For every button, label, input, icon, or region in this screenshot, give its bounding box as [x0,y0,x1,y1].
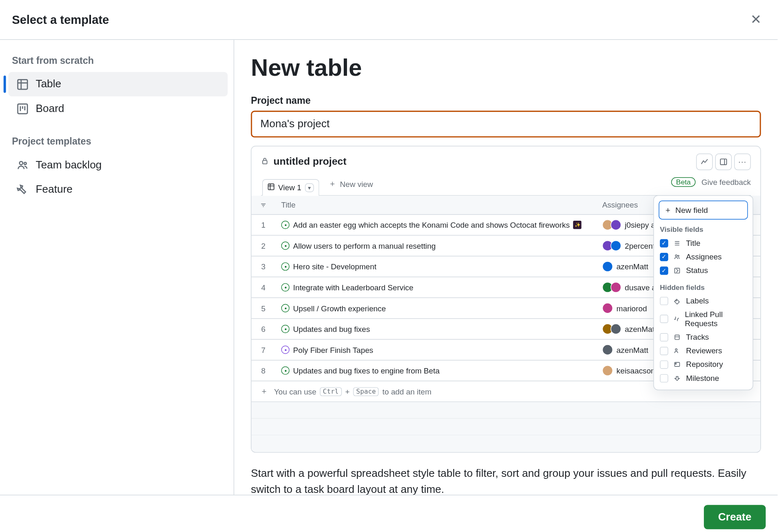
row-title: Allow users to perform a manual resettin… [293,241,436,250]
issue-open-icon [281,345,289,354]
tools-icon [16,184,28,196]
checkbox[interactable] [660,315,668,323]
field-item[interactable]: Repository [659,357,748,371]
row-title-cell: Updates and bug fixes to engine from Bet… [275,361,596,380]
sidebar-item-board[interactable]: Board [8,96,228,121]
field-label: Linked Pull Requests [685,310,747,327]
template-sidebar: Start from scratch Table Board Project t… [0,40,234,495]
avatar-stack [602,303,613,313]
row-title-cell: Integrate with Leaderboard Service [275,278,596,296]
avatar [610,240,621,251]
avatar-stack [602,365,613,376]
kebab-icon[interactable]: ⋯ [734,154,751,170]
issue-open-icon [281,366,289,375]
panel-icon[interactable] [715,154,731,170]
row-title: Updates and bug fixes [293,324,370,334]
field-label: Assignees [686,252,722,261]
sidebar-item-table[interactable]: Table [8,72,228,96]
row-number: 5 [252,299,275,317]
issue-open-icon [281,325,289,333]
svg-point-21 [676,254,677,256]
checkbox[interactable]: ✓ [660,239,668,247]
row-number: 1 [252,216,275,234]
svg-rect-9 [263,160,267,163]
checkbox[interactable] [660,333,668,341]
checkbox[interactable] [660,346,668,355]
feedback-link[interactable]: Give feedback [701,177,751,187]
table-icon [16,78,28,90]
insights-icon[interactable] [696,154,713,170]
svg-point-27 [676,348,677,350]
avatar-stack [602,324,621,334]
new-view-button[interactable]: ＋ New view [325,175,377,195]
hidden-fields-heading: Hidden fields [660,283,748,291]
col-title[interactable]: Title [275,196,596,214]
row-title-cell: Allow users to perform a manual resettin… [275,236,596,255]
modal-footer: Create [0,495,778,532]
sidebar-item-team-backlog[interactable]: Team backlog [8,153,228,177]
issue-open-icon [281,283,289,291]
sidebar-item-label: Team backlog [36,159,102,171]
filter-icon[interactable] [252,196,275,213]
template-preview: untitled project ⋯ [251,146,761,453]
svg-rect-29 [676,363,676,364]
row-number: 2 [252,236,275,255]
row-number: 4 [252,278,275,296]
row-title-cell: Add an easter egg which accepts the Kona… [275,216,596,234]
table-icon [268,183,275,192]
avatar [602,303,613,313]
new-field-button[interactable]: ＋ New field [659,201,748,219]
avatar-stack [602,344,613,355]
avatar-stack [602,219,621,230]
row-title: Upsell / Growth experience [293,303,386,313]
issue-open-icon [281,221,289,229]
assignee-names: mariorod [617,303,647,313]
svg-point-22 [678,255,679,256]
close-icon[interactable]: ✕ [745,9,766,30]
view-tab-label: View 1 [278,183,301,192]
row-title: Add an easter egg which accepts the Kona… [293,220,570,229]
checkbox[interactable]: ✓ [660,252,668,261]
svg-rect-0 [18,79,27,89]
field-item[interactable]: ✓Status [659,264,748,277]
checkbox[interactable] [660,296,668,305]
checkbox[interactable] [660,360,668,368]
field-type-icon [673,347,681,354]
issue-open-icon [281,262,289,271]
view-tab[interactable]: View 1 ▾ [262,179,319,196]
issue-open-icon [281,304,289,312]
preview-project-title: untitled project [273,156,346,168]
plus-icon: ＋ [257,386,270,397]
row-title: Updates and bug fixes to engine from Bet… [293,366,440,375]
sidebar-item-feature[interactable]: Feature [8,177,228,201]
field-item[interactable]: Linked Pull Requests [659,308,748,330]
avatar-stack [602,261,613,272]
row-number: 6 [252,320,275,338]
issue-open-icon [281,241,289,250]
page-title: New table [251,54,761,81]
checkbox[interactable]: ✓ [660,266,668,274]
project-name-input[interactable] [251,111,761,138]
field-item[interactable]: ✓Title [659,236,748,250]
checkbox[interactable] [660,374,668,382]
field-label: Repository [686,360,723,369]
field-label: Title [686,238,701,247]
svg-point-7 [19,161,23,164]
sidebar-item-label: Board [36,102,64,114]
field-item[interactable]: ✓Assignees [659,250,748,264]
row-title-cell: Upsell / Growth experience [275,299,596,317]
row-title-cell: Updates and bug fixes [275,320,596,338]
field-type-icon [673,315,680,322]
people-icon [16,159,28,171]
create-button[interactable]: Create [704,505,766,529]
field-item[interactable]: Milestone [659,371,748,385]
field-label: Reviewers [686,346,722,355]
field-item[interactable]: Labels [659,294,748,307]
svg-rect-12 [268,184,274,189]
beta-badge: Beta [671,177,696,187]
chevron-down-icon[interactable]: ▾ [305,183,314,192]
row-title: Hero site - Development [293,262,376,271]
field-type-icon [673,297,681,304]
field-item[interactable]: Reviewers [659,344,748,357]
field-item[interactable]: Tracks [659,330,748,344]
